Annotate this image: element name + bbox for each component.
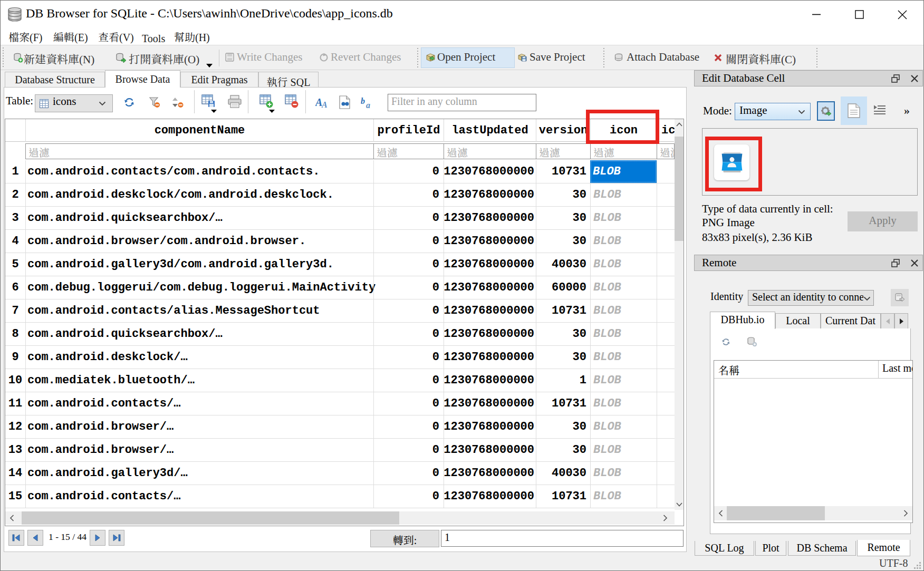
svg-text:a: a xyxy=(366,101,370,109)
svg-text:b: b xyxy=(361,96,365,105)
svg-text:A: A xyxy=(321,100,328,109)
